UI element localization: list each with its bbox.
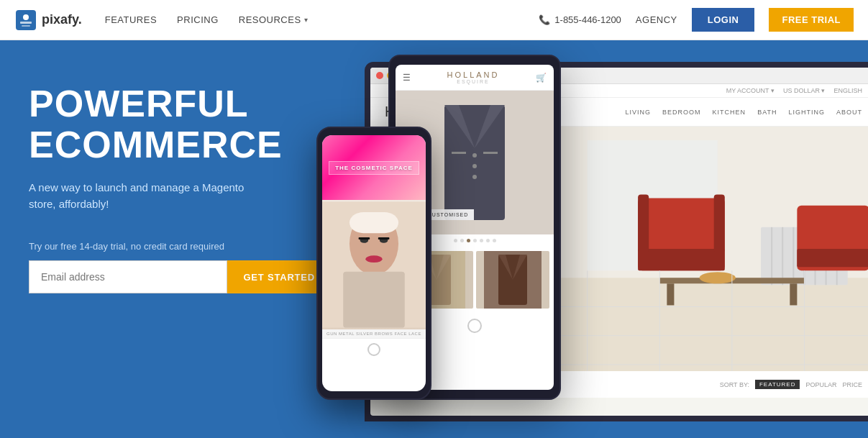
hero-trial-text: Try our free 14-day trial, no credit car… [29,241,302,252]
svg-point-1 [23,14,29,20]
hom-nav-about: ABOUT [836,109,862,116]
window-close-btn [376,72,383,79]
svg-point-25 [700,272,736,283]
svg-rect-3 [22,25,30,27]
svg-rect-24 [797,249,868,267]
free-trial-button[interactable]: FREE TRIAL [769,8,854,32]
hom-nav-bedroom: BEDROOM [662,109,701,116]
hom-sort-label: SORT BY: [720,381,749,388]
phone-screen: THE COSMETIC SPACE [322,135,426,391]
svg-rect-54 [350,212,398,233]
phone-brand-logo: THE COSMETIC SPACE [329,161,419,175]
hom-currency: US DOLLAR ▾ [783,87,826,94]
phone-icon: 📞 [539,14,550,25]
home-button[interactable] [467,319,482,333]
svg-rect-2 [20,22,32,24]
dot-4 [473,239,477,242]
dot-7 [493,239,496,242]
hom-nav-living: LIVING [626,109,652,116]
hom-nav-bath: BATH [757,109,777,116]
device-phone: THE COSMETIC SPACE [316,127,431,400]
logo-icon [14,9,37,32]
header: pixafy. FEATURES PRICING RESOURCES ▾ 📞 1… [0,0,868,40]
logo[interactable]: pixafy. [14,9,82,32]
svg-rect-22 [790,283,797,305]
hom-nav-lighting: LIGHTING [788,109,825,116]
hom-language: ENGLISH [833,87,862,94]
svg-point-40 [472,164,477,168]
svg-point-41 [472,175,477,179]
dot-5 [480,239,483,242]
agency-link[interactable]: AGENCY [636,14,677,25]
logo-text: pixafy. [42,12,82,27]
hom-price-label: PRICE [842,381,862,388]
hero-subtitle: A new way to launch and manage a Magento… [29,180,245,212]
tablet-store-logo: HOLLAND [447,70,500,79]
svg-rect-55 [343,272,405,328]
hom-account: MY ACCOUNT ▾ [726,87,775,94]
chevron-down-icon: ▾ [304,16,309,24]
svg-rect-36 [444,105,505,220]
cart-icon: 🛒 [536,73,547,83]
nav-pricing[interactable]: PRICING [177,14,219,25]
svg-point-60 [365,255,382,263]
hom-sort-bar: SORT BY: FEATURED POPULAR PRICE [720,380,862,389]
svg-rect-42 [452,152,466,154]
svg-rect-18 [638,195,649,252]
get-started-button[interactable]: GET STARTED [227,260,331,293]
svg-rect-21 [667,283,674,305]
header-right: 📞 1-855-446-1200 AGENCY LOGIN FREE TRIAL [539,8,854,32]
hero-title: POWERFUL ECOMMERCE [29,83,302,165]
hero-signup-form: GET STARTED [29,260,331,293]
phone-bottom-bar [322,339,426,360]
dot-1 [454,239,457,242]
hamburger-icon: ☰ [403,73,411,83]
phone-brand-banner: THE COSMETIC SPACE [322,135,426,200]
hom-store-nav: LIVING BEDROOM KITCHEN BATH LIGHTING ABO… [626,109,862,116]
email-input[interactable] [29,260,227,293]
svg-rect-19 [714,195,725,252]
main-nav: FEATURES PRICING RESOURCES ▾ [105,14,308,25]
header-left: pixafy. FEATURES PRICING RESOURCES ▾ [14,9,308,32]
tablet-store-subtitle: ESQUIRE [447,79,500,84]
phone-number: 📞 1-855-446-1200 [539,14,621,25]
login-button[interactable]: LOGIN [692,8,755,32]
hero-devices: MY ACCOUNT ▾ US DOLLAR ▾ ENGLISH HÖM LIV… [331,40,868,438]
dot-3 [467,239,470,242]
nav-resources[interactable]: RESOURCES ▾ [239,14,308,25]
svg-rect-43 [483,152,498,154]
hero-content: POWERFUL ECOMMERCE A new way to launch a… [0,40,331,438]
phone-model-image [322,200,426,329]
svg-rect-58 [359,237,370,239]
dot-2 [460,239,464,242]
svg-rect-17 [638,249,725,270]
phone-product-label: GUN METAL SILVER BROWS FACE LACE [322,329,426,339]
phone-home-btn[interactable] [367,343,380,356]
hom-featured-badge: FEATURED [755,380,800,389]
svg-rect-59 [378,237,390,239]
hom-nav-kitchen: KITCHEN [713,109,746,116]
nav-features[interactable]: FEATURES [105,14,157,25]
svg-point-39 [472,153,477,158]
hero-section: POWERFUL ECOMMERCE A new way to launch a… [0,40,868,438]
tablet-product-2 [476,251,549,309]
tablet-store-header: ☰ HOLLAND ESQUIRE 🛒 [396,65,554,91]
hom-popular-label: POPULAR [805,381,836,388]
dot-6 [486,239,490,242]
